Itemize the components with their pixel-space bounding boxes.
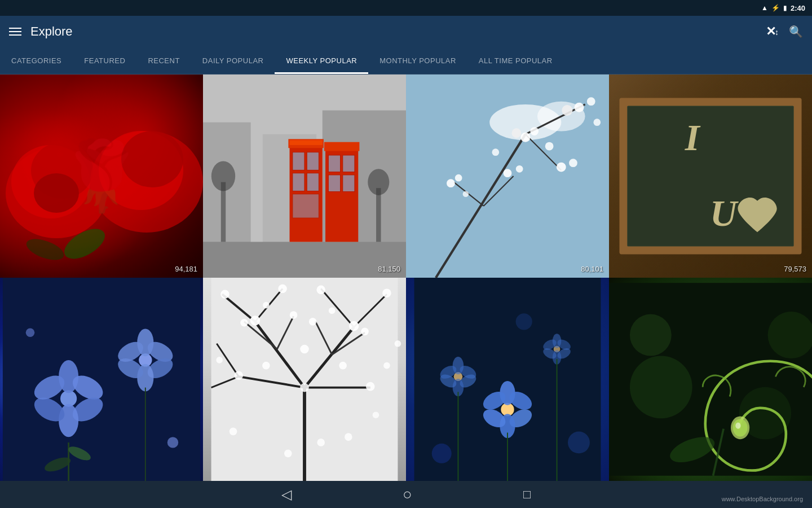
tab-weekly-popular[interactable]: WEEKLY POPULAR <box>275 47 368 74</box>
svg-rect-13 <box>203 242 406 278</box>
home-button[interactable]: ○ <box>403 485 412 503</box>
search-button[interactable]: 🔍 <box>789 25 803 38</box>
grid-cell-blossoms[interactable]: 80,101 <box>406 75 609 278</box>
recents-button[interactable]: □ <box>523 487 531 502</box>
svg-point-119 <box>383 362 390 369</box>
svg-point-15 <box>211 161 235 191</box>
wifi-icon: ▲ <box>761 4 768 12</box>
svg-point-53 <box>545 142 554 151</box>
svg-point-155 <box>630 314 672 356</box>
svg-point-151 <box>516 313 532 330</box>
svg-rect-23 <box>293 173 304 191</box>
grid-cell-blue-flowers[interactable] <box>0 278 203 481</box>
svg-point-123 <box>345 433 352 441</box>
svg-rect-20 <box>290 140 323 144</box>
svg-point-47 <box>516 165 523 173</box>
svg-rect-21 <box>293 152 304 170</box>
svg-point-153 <box>630 356 692 418</box>
grid-cell-dark-blossoms[interactable] <box>203 278 406 481</box>
svg-point-48 <box>557 163 566 172</box>
svg-point-122 <box>284 450 292 458</box>
svg-point-107 <box>240 319 248 327</box>
bottom-nav: ◁ ○ □ www.DesktopBackground.org <box>0 481 812 508</box>
svg-point-158 <box>733 419 748 436</box>
shuffle-button[interactable]: ✕↕ <box>766 24 778 39</box>
count-badge-blossoms: 80,101 <box>581 265 603 273</box>
svg-point-103 <box>349 321 359 331</box>
app-bar: Explore ✕↕ 🔍 <box>0 16 812 47</box>
svg-rect-31 <box>343 175 355 192</box>
svg-point-3 <box>34 173 79 213</box>
svg-point-52 <box>492 148 499 156</box>
grid-cell-roses[interactable]: 94,181 <box>0 75 203 278</box>
svg-rect-28 <box>328 155 340 172</box>
svg-point-102 <box>382 288 391 297</box>
svg-point-51 <box>455 174 462 182</box>
svg-point-99 <box>278 284 287 294</box>
svg-point-98 <box>250 316 261 326</box>
svg-point-50 <box>447 179 455 187</box>
tab-daily-popular[interactable]: DAILY POPULAR <box>191 47 275 74</box>
watermark: www.DesktopBackground.org <box>722 496 803 502</box>
svg-point-111 <box>263 302 270 309</box>
svg-point-150 <box>432 444 452 463</box>
svg-point-43 <box>520 133 530 142</box>
svg-rect-22 <box>307 152 319 170</box>
svg-point-44 <box>530 127 539 135</box>
svg-point-77 <box>167 437 178 448</box>
svg-point-100 <box>220 290 230 299</box>
tab-all-time-popular[interactable]: ALL TIME POPULAR <box>467 47 564 74</box>
svg-point-114 <box>216 357 223 364</box>
svg-rect-25 <box>293 194 319 218</box>
svg-text:I: I <box>685 117 701 158</box>
svg-point-118 <box>262 362 270 370</box>
tab-featured[interactable]: FEATURED <box>73 47 136 74</box>
status-bar: ▲ ⚡ ▮ 2:40 <box>0 0 812 16</box>
svg-rect-30 <box>328 175 340 192</box>
svg-point-117 <box>339 362 347 370</box>
svg-point-42 <box>562 105 572 116</box>
svg-point-76 <box>26 329 35 338</box>
svg-point-108 <box>290 311 298 319</box>
svg-point-101 <box>316 286 325 295</box>
battery-icon: ▮ <box>783 4 787 12</box>
svg-point-55 <box>463 191 469 197</box>
tab-categories[interactable]: CATEGORIES <box>0 47 73 74</box>
svg-point-8 <box>24 235 67 264</box>
svg-point-113 <box>395 340 401 347</box>
svg-point-105 <box>234 371 243 380</box>
svg-point-6 <box>121 131 183 187</box>
svg-point-115 <box>373 411 379 418</box>
svg-point-54 <box>593 119 601 126</box>
tab-recent[interactable]: RECENT <box>136 47 191 74</box>
grid-cell-phonebox[interactable]: 81,150 <box>203 75 406 278</box>
svg-point-45 <box>511 128 521 138</box>
svg-point-149 <box>568 431 590 453</box>
svg-rect-24 <box>307 173 319 191</box>
hamburger-menu-button[interactable] <box>9 28 21 36</box>
svg-point-41 <box>587 97 595 106</box>
svg-point-109 <box>309 318 317 326</box>
battery-charging-icon: ⚡ <box>771 4 780 12</box>
svg-point-46 <box>504 169 512 177</box>
svg-text:U: U <box>710 192 739 234</box>
grid-cell-iloveu[interactable]: I U 79,573 <box>609 75 812 278</box>
tab-monthly-popular[interactable]: MONTHLY POPULAR <box>368 47 467 74</box>
count-badge-iloveu: 79,573 <box>784 265 806 273</box>
svg-point-40 <box>575 103 584 112</box>
svg-point-106 <box>366 382 375 391</box>
svg-rect-16 <box>376 188 381 242</box>
svg-point-110 <box>361 328 369 336</box>
back-button[interactable]: ◁ <box>281 487 292 502</box>
svg-rect-27 <box>324 142 359 151</box>
grid-cell-forget-me-nots[interactable] <box>406 278 609 481</box>
svg-rect-29 <box>343 155 355 172</box>
svg-point-49 <box>569 159 577 167</box>
svg-point-120 <box>300 345 309 354</box>
count-badge-roses: 94,181 <box>175 265 197 273</box>
svg-point-112 <box>329 308 336 314</box>
grid-cell-spiral[interactable] <box>609 278 812 481</box>
status-time: 2:40 <box>791 4 805 12</box>
svg-point-159 <box>735 423 740 429</box>
app-title: Explore <box>30 24 757 39</box>
